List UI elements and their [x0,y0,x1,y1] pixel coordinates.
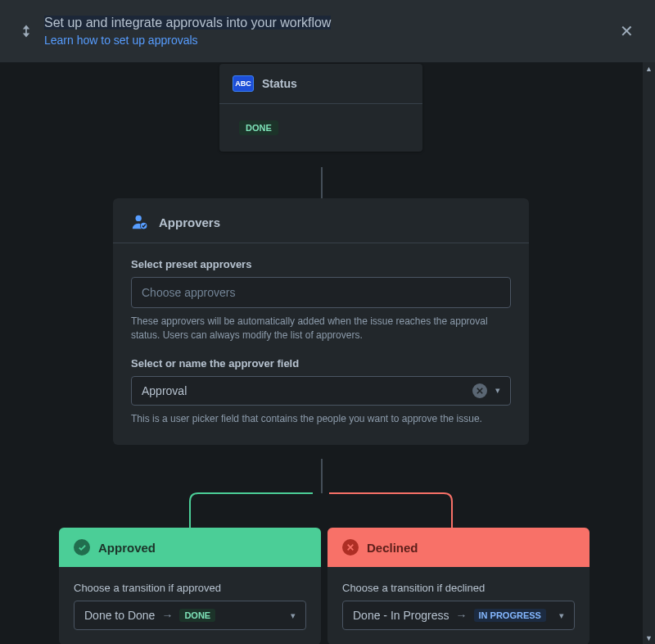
field-type-badge-icon: ABC [233,75,254,92]
workflow-canvas: ABC Status DONE Approvers Select preset [0,62,643,644]
approver-field-label: Select or name the approver field [131,357,511,370]
cross-circle-icon [342,539,359,556]
chevron-down-icon: ▾ [291,610,296,621]
scroll-up-icon[interactable]: ▲ [643,62,655,75]
close-icon[interactable]: ✕ [615,16,639,46]
clear-icon[interactable] [472,383,487,398]
declined-transition-select[interactable]: Done - In Progress → IN PROGRESS ▾ [342,601,575,630]
workflow-icon [16,21,36,41]
approver-field-select[interactable]: Approval ▾ [131,376,511,406]
approved-transition-name: Done to Done [84,609,155,622]
arrow-right-icon: → [161,609,173,622]
approved-title: Approved [98,541,156,555]
check-circle-icon [74,539,90,556]
banner-title: Set up and integrate approvals into your… [44,16,331,29]
approved-transition-select[interactable]: Done to Done → DONE ▾ [74,601,306,630]
approvers-icon [131,213,149,231]
declined-transition-label: Choose a transition if declined [342,582,575,594]
arrow-right-icon: → [456,609,468,622]
declined-transition-name: Done - In Progress [353,609,449,622]
declined-outcome-card: Declined Choose a transition if declined… [328,528,590,644]
scroll-down-icon[interactable]: ▼ [643,632,655,644]
approved-transition-target: DONE [179,609,215,622]
banner-learn-link[interactable]: Learn how to set up approvals [44,33,615,48]
preset-approvers-help: These approvers will be automatically ad… [131,315,511,342]
connector-line [321,167,323,198]
connector-line [321,459,323,493]
approver-field-value: Approval [142,384,472,397]
chevron-down-icon: ▾ [559,610,564,621]
approver-field-help: This is a user picker field that contain… [131,412,511,426]
chevron-down-icon: ▾ [495,385,500,396]
status-done-badge: DONE [239,120,278,135]
svg-point-0 [136,215,142,221]
branch-connector [174,492,468,533]
status-node-header: ABC Status [219,64,422,104]
approvals-setup-banner: Set up and integrate approvals into your… [0,0,655,62]
vertical-scrollbar[interactable]: ▲ ▼ [643,62,655,644]
preset-approvers-label: Select preset approvers [131,258,511,270]
approved-transition-label: Choose a transition if approved [74,582,306,594]
approvers-title: Approvers [159,215,220,229]
status-node-title: Status [262,77,297,90]
declined-transition-target: IN PROGRESS [474,609,546,622]
approved-outcome-card: Approved Choose a transition if approved… [59,528,321,644]
preset-approvers-input[interactable]: Choose approvers [131,277,511,308]
declined-header: Declined [328,528,590,567]
approved-header: Approved [59,528,321,567]
declined-title: Declined [367,541,418,555]
approvers-node: Approvers Select preset approvers Choose… [113,198,529,445]
status-node[interactable]: ABC Status DONE [219,64,422,152]
